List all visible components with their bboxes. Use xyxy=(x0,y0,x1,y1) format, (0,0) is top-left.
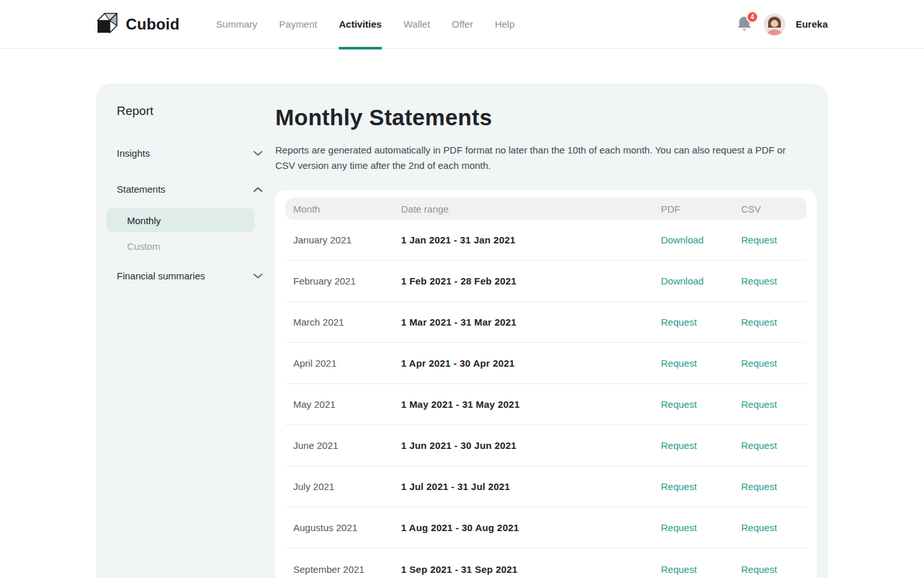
notifications-button[interactable]: 4 xyxy=(737,15,753,33)
cell-range: 1 Feb 2021 - 28 Feb 2021 xyxy=(401,276,661,286)
nav-item-offer[interactable]: Offer xyxy=(441,0,484,49)
chevron-up-icon xyxy=(253,183,262,195)
table-row: July 2021 1 Jul 2021 - 31 Jul 2021 Reque… xyxy=(286,466,807,507)
cell-month: May 2021 xyxy=(293,399,401,410)
table-row: April 2021 1 Apr 2021 - 30 Apr 2021 Requ… xyxy=(286,343,807,384)
nav-item-payment[interactable]: Payment xyxy=(268,0,328,49)
page-description: Reports are generated automatically in P… xyxy=(275,143,796,173)
column-header-csv: CSV xyxy=(741,204,799,215)
page-title: Monthly Statements xyxy=(275,103,817,132)
cell-month: February 2021 xyxy=(293,276,401,286)
sidebar-nav: Insights Statements Monthly Custom Finan… xyxy=(117,146,262,282)
sidebar-section-statements[interactable]: Statements xyxy=(117,182,262,195)
nav-item-help[interactable]: Help xyxy=(484,0,526,49)
table-row: June 2021 1 Jun 2021 - 30 Jun 2021 Reque… xyxy=(286,425,807,466)
nav-item-activities[interactable]: Activities xyxy=(328,0,393,49)
csv-link[interactable]: Request xyxy=(741,234,777,245)
header-right: 4 Eureka xyxy=(737,13,828,35)
pdf-link[interactable]: Request xyxy=(661,358,697,369)
table-row: Augustus 2021 1 Aug 2021 - 30 Aug 2021 R… xyxy=(286,507,807,548)
column-header-month: Month xyxy=(293,204,401,215)
cell-month: March 2021 xyxy=(293,317,401,328)
csv-link[interactable]: Request xyxy=(741,276,777,286)
csv-link[interactable]: Request xyxy=(741,399,777,410)
sidebar-section-financial-summaries[interactable]: Financial summaries xyxy=(117,269,262,282)
column-header-date-range: Date range xyxy=(401,204,661,215)
pdf-link[interactable]: Request xyxy=(661,522,697,533)
csv-link[interactable]: Request xyxy=(741,358,777,369)
csv-link[interactable]: Request xyxy=(741,564,777,575)
user-name[interactable]: Eureka xyxy=(796,19,828,30)
cell-range: 1 Jul 2021 - 31 Jul 2021 xyxy=(401,481,661,492)
pdf-link[interactable]: Request xyxy=(661,399,697,410)
cell-month: April 2021 xyxy=(293,358,401,369)
cell-range: 1 Jan 2021 - 31 Jan 2021 xyxy=(401,234,661,245)
chevron-down-icon xyxy=(253,147,262,159)
cell-month: January 2021 xyxy=(293,234,401,245)
pdf-link[interactable]: Request xyxy=(661,481,697,492)
cell-month: July 2021 xyxy=(293,481,401,492)
table-row: May 2021 1 May 2021 - 31 May 2021 Reques… xyxy=(286,384,807,425)
brand-name: Cuboid xyxy=(126,15,180,33)
pdf-link[interactable]: Download xyxy=(661,276,704,286)
statements-table: Month Date range PDF CSV January 2021 1 … xyxy=(275,190,817,578)
chevron-down-icon xyxy=(253,270,262,281)
notification-badge: 4 xyxy=(746,11,758,23)
brand-logo[interactable]: Cuboid xyxy=(96,12,180,37)
table-row: September 2021 1 Sep 2021 - 31 Sep 2021 … xyxy=(286,548,807,578)
csv-link[interactable]: Request xyxy=(741,481,777,492)
table-row: March 2021 1 Mar 2021 - 31 Mar 2021 Requ… xyxy=(286,302,807,343)
top-bar: Cuboid Summary Payment Activities Wallet… xyxy=(0,0,924,49)
avatar[interactable] xyxy=(764,13,785,35)
pdf-link[interactable]: Download xyxy=(661,234,704,245)
cell-range: 1 Apr 2021 - 30 Apr 2021 xyxy=(401,358,661,369)
table-body: January 2021 1 Jan 2021 - 31 Jan 2021 Do… xyxy=(286,220,807,578)
report-sidebar: Report Insights Statements Monthly Custo… xyxy=(96,83,275,578)
table-header-row: Month Date range PDF CSV xyxy=(286,198,807,220)
cell-month: June 2021 xyxy=(293,440,401,451)
cell-month: September 2021 xyxy=(293,564,401,575)
nav-item-wallet[interactable]: Wallet xyxy=(393,0,441,49)
table-row: February 2021 1 Feb 2021 - 28 Feb 2021 D… xyxy=(286,261,807,302)
cell-range: 1 May 2021 - 31 May 2021 xyxy=(401,399,661,410)
csv-link[interactable]: Request xyxy=(741,522,777,533)
pdf-link[interactable]: Request xyxy=(661,440,697,451)
pdf-link[interactable]: Request xyxy=(661,317,697,328)
main-nav: Summary Payment Activities Wallet Offer … xyxy=(205,0,526,49)
cuboid-logo-icon xyxy=(96,12,118,37)
cell-range: 1 Aug 2021 - 30 Aug 2021 xyxy=(401,522,661,533)
csv-link[interactable]: Request xyxy=(741,317,777,328)
sidebar-title: Report xyxy=(117,104,262,118)
cell-range: 1 Mar 2021 - 31 Mar 2021 xyxy=(401,317,661,328)
cell-range: 1 Jun 2021 - 30 Jun 2021 xyxy=(401,440,661,451)
main-panel: Monthly Statements Reports are generated… xyxy=(275,83,828,578)
sidebar-section-insights[interactable]: Insights xyxy=(117,146,262,159)
column-header-pdf: PDF xyxy=(661,204,741,215)
cell-range: 1 Sep 2021 - 31 Sep 2021 xyxy=(401,564,661,575)
pdf-link[interactable]: Request xyxy=(661,564,697,575)
cell-month: Augustus 2021 xyxy=(293,522,401,533)
sidebar-item-custom[interactable]: Custom xyxy=(117,241,262,252)
table-row: January 2021 1 Jan 2021 - 31 Jan 2021 Do… xyxy=(286,220,807,261)
content-card: Report Insights Statements Monthly Custo… xyxy=(96,83,828,578)
sidebar-item-monthly[interactable]: Monthly xyxy=(107,208,255,232)
bell-icon xyxy=(737,24,752,35)
nav-item-summary[interactable]: Summary xyxy=(205,0,268,49)
active-tab-underline xyxy=(339,47,382,49)
csv-link[interactable]: Request xyxy=(741,440,777,451)
